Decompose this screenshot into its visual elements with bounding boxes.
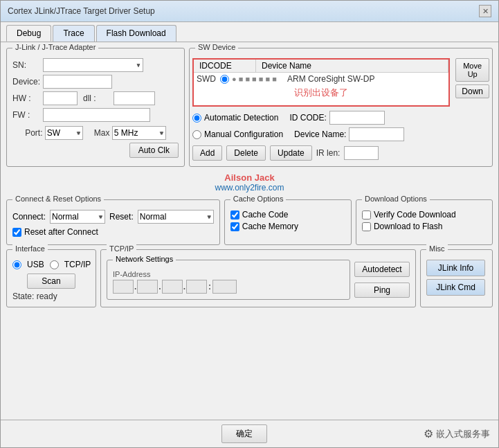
connect-select[interactable]: Normal [50, 210, 105, 224]
hw-input[interactable]: V9.30 [43, 91, 78, 105]
dot1: . [134, 282, 136, 292]
titlebar: Cortex JLink/JTrace Target Driver Setup … [1, 1, 498, 22]
jlink-cmd-button[interactable]: JLink Cmd [426, 279, 485, 296]
tcpip-group: TCP/IP Network Settings IP-Address 127 .… [100, 249, 416, 307]
tcpip-radio[interactable] [50, 260, 59, 269]
ip-addr-label: IP-Address [113, 270, 237, 278]
watermark-line1: Ailson Jack [6, 172, 493, 183]
network-settings-group: Network Settings IP-Address 127 . 0 . 0 [107, 260, 350, 300]
sw-name-value: ARM CoreSight SW-DP [287, 74, 448, 84]
col-idcode: IDCODE [194, 60, 256, 72]
row2: Connect & Reset Options Connect: Normal … [6, 199, 493, 245]
auto-detection-radio[interactable] [192, 114, 201, 123]
auto-clk-button[interactable]: Auto Clk [129, 143, 179, 158]
network-settings-label: Network Settings [113, 255, 176, 263]
add-button[interactable]: Add [192, 145, 222, 161]
device-input[interactable]: J-Link [43, 75, 112, 89]
state-value: ready [37, 292, 57, 301]
hw-label: HW : [12, 93, 40, 103]
sw-table-header: IDCODE Device Name [194, 60, 448, 73]
row1: J-Link / J-Trace Adapter SN: ■ ■ ■ ■ ■ ■… [6, 48, 493, 167]
interface-label: Interface [12, 244, 48, 253]
verify-label: Verify Code Download [374, 210, 456, 219]
window-title: Cortex JLink/JTrace Target Driver Setup [8, 6, 155, 16]
reset-after-checkbox[interactable] [12, 228, 21, 237]
usb-radio[interactable] [12, 260, 21, 269]
ok-button[interactable]: 确定 [221, 424, 267, 443]
ip-seg4[interactable]: 1 [186, 280, 207, 294]
sw-table: IDCODE Device Name SWD ● ■ ■ ■ ■ ■ ■ ARM… [192, 58, 450, 107]
port-section: Port: SW JTAG ▼ [25, 125, 83, 140]
id-code-input[interactable] [329, 111, 385, 125]
scan-button[interactable]: Scan [27, 274, 75, 289]
device-name-input[interactable] [349, 127, 404, 141]
dll-label: dll : [83, 93, 111, 103]
max-label: Max [94, 128, 110, 138]
watermark-section: Ailson Jack www.only2fire.com [6, 170, 493, 195]
sw-id-value: ● ■ ■ ■ ■ ■ ■ [230, 75, 287, 83]
move-up-button[interactable]: Move Up [455, 58, 489, 82]
port-row: Port: SW JTAG ▼ Max [12, 125, 179, 140]
move-buttons: Move Up Down [455, 58, 489, 161]
cache-code-label: Cache Code [242, 210, 289, 219]
sw-row-radio[interactable] [220, 75, 229, 84]
max-section: Max 5 MHz 10 MHz ▼ [94, 125, 166, 140]
sn-label: SN: [12, 60, 40, 70]
reset-select-wrapper: Normal ▼ [138, 210, 214, 224]
jlink-info-button[interactable]: JLink Info [426, 260, 485, 276]
ip-section: IP-Address 127 . 0 . 0 . 1 : [113, 270, 237, 294]
connect-row: Connect: Normal ▼ Reset: Normal ▼ [12, 210, 214, 224]
cache-memory-label: Cache Memory [242, 222, 298, 231]
sw-radio-controls2: Manual Configuration Device Name: [192, 127, 450, 141]
manual-config-row: Manual Configuration [192, 129, 283, 139]
autodetect-button[interactable]: Autodetect [354, 262, 410, 277]
close-button[interactable]: ✕ [479, 5, 491, 17]
verify-checkbox[interactable] [362, 210, 371, 219]
max-select-wrapper: 5 MHz 10 MHz ▼ [112, 126, 166, 140]
tcpip-inner: Network Settings IP-Address 127 . 0 . 0 [107, 260, 410, 300]
tcpip-buttons-col: Autodetect Ping [354, 262, 410, 298]
tab-debug[interactable]: Debug [6, 25, 51, 42]
update-button[interactable]: Update [270, 145, 312, 161]
port-select-wrapper: SW JTAG ▼ [45, 126, 83, 140]
cache-options-label: Cache Options [230, 195, 287, 203]
manual-config-radio[interactable] [192, 130, 201, 139]
id-code-label: ID CODE: [289, 113, 326, 123]
dll-input[interactable]: V6.48a [114, 91, 155, 105]
max-select[interactable]: 5 MHz 10 MHz [112, 126, 166, 140]
cache-memory-checkbox[interactable] [230, 222, 239, 231]
col-name: Device Name [256, 60, 448, 72]
ip-seg2[interactable]: 0 [137, 280, 158, 294]
main-content: J-Link / J-Trace Adapter SN: ■ ■ ■ ■ ■ ■… [1, 42, 498, 420]
cache-code-checkbox[interactable] [230, 210, 239, 219]
sn-input[interactable]: ■ ■ ■ ■ ■ ■ ■ [43, 58, 143, 72]
download-options-group: Download Options Verify Code Download Do… [356, 199, 493, 245]
ping-button[interactable]: Ping [354, 283, 410, 298]
tab-flash-download[interactable]: Flash Download [96, 25, 176, 42]
device-label: Device: [12, 77, 40, 87]
usb-label: USB [27, 260, 44, 269]
misc-label: Misc [426, 244, 448, 253]
reset-select[interactable]: Normal [138, 210, 214, 224]
port-select[interactable]: SW JTAG [45, 126, 83, 140]
verify-row: Verify Code Download [362, 210, 487, 219]
tab-trace[interactable]: Trace [53, 25, 94, 42]
ip-seg1[interactable]: 127 [113, 280, 134, 294]
interface-group: Interface USB TCP/IP Scan State: ready [6, 249, 96, 307]
swd-prefix: SWD [194, 74, 219, 84]
state-label: State: [12, 292, 34, 301]
ir-len-input[interactable] [344, 146, 379, 160]
ip-seg3[interactable]: 0 [162, 280, 183, 294]
dot2: . [158, 282, 161, 292]
connect-reset-group: Connect & Reset Options Connect: Normal … [6, 199, 220, 245]
connect-label: Connect: [12, 212, 46, 222]
row3: Interface USB TCP/IP Scan State: ready T… [6, 249, 493, 307]
download-checkbox[interactable] [362, 222, 371, 231]
sn-row: SN: ■ ■ ■ ■ ■ ■ ■ ▼ [12, 58, 179, 72]
jlink-adapter-group: J-Link / J-Trace Adapter SN: ■ ■ ■ ■ ■ ■… [6, 48, 185, 167]
delete-button[interactable]: Delete [226, 145, 266, 161]
port-input[interactable]: 0 [212, 280, 237, 294]
move-down-button[interactable]: Down [455, 84, 489, 98]
fw-input[interactable]: J-Link V9 compiled May 17 1 [43, 108, 150, 122]
auto-clk-row: Auto Clk [12, 143, 179, 158]
